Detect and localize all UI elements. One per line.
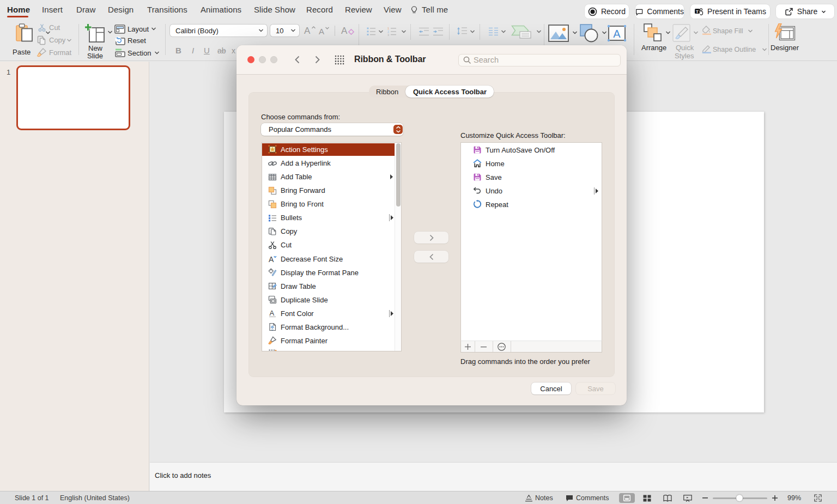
- svg-text:A: A: [269, 255, 274, 264]
- svg-text:A: A: [270, 309, 275, 317]
- svg-text:T: T: [696, 9, 699, 14]
- svg-text:3: 3: [387, 33, 389, 37]
- svg-text:A: A: [613, 28, 621, 40]
